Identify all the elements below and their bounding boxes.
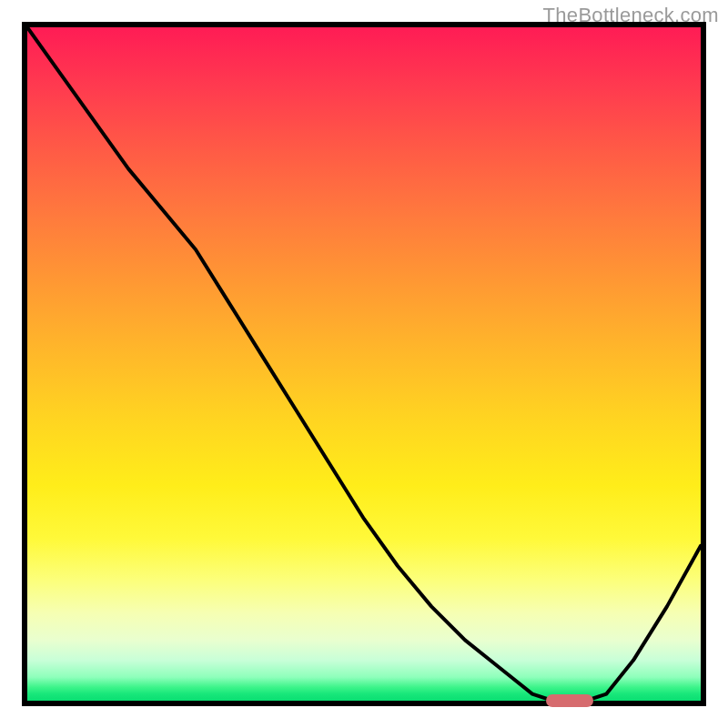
curve-path: [27, 27, 701, 701]
bottleneck-curve: [27, 27, 701, 701]
optimal-range-marker: [546, 694, 593, 707]
chart-stage: TheBottleneck.com: [0, 0, 728, 728]
plot-frame: [22, 22, 706, 706]
